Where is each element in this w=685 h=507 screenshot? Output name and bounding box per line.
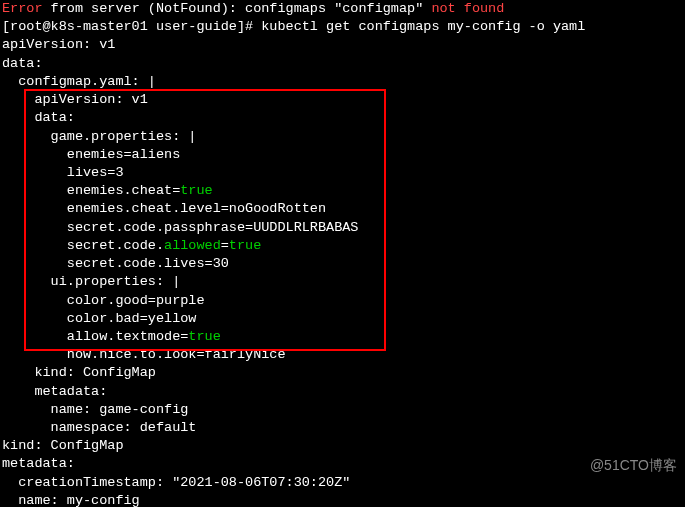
watermark-text: @51CTO博客 [590,456,677,475]
yaml-inner-data: data: [2,109,683,127]
allow-textmode: allow.textmode=true [2,328,683,346]
enemies-cheat: enemies.cheat=true [2,182,683,200]
command-text: kubectl get configmaps my-config -o yaml [253,19,585,34]
secret-lives: secret.code.lives=30 [2,255,683,273]
error-word: Error [2,1,43,16]
color-bad: color.bad=yellow [2,310,683,328]
lives-3: lives=3 [2,164,683,182]
secret-allowed: secret.code.allowed=true [2,237,683,255]
yaml-apiversion: apiVersion: v1 [2,36,683,54]
terminal-output: Error from server (NotFound): configmaps… [0,0,685,507]
not-found: not found [431,1,504,16]
inner-namespace: namespace: default [2,419,683,437]
ui-properties-key: ui.properties: | [2,273,683,291]
secret-passphrase: secret.code.passphrase=UUDDLRLRBABAS [2,219,683,237]
yaml-inner-apiversion: apiVersion: v1 [2,91,683,109]
color-good: color.good=purple [2,292,683,310]
inner-kind: kind: ConfigMap [2,364,683,382]
true-value: true [229,238,261,253]
enemies-cheat-level: enemies.cheat.level=noGoodRotten [2,200,683,218]
shell-prompt: [root@k8s-master01 user-guide]# [2,19,253,34]
outer-kind: kind: ConfigMap [2,437,683,455]
inner-name: name: game-config [2,401,683,419]
outer-name: name: my-config [2,492,683,507]
yaml-configmap-file: configmap.yaml: | [2,73,683,91]
game-properties-key: game.properties: | [2,128,683,146]
creation-timestamp: creationTimestamp: "2021-08-06T07:30:20Z… [2,474,683,492]
prompt-line[interactable]: [root@k8s-master01 user-guide]# kubectl … [2,18,683,36]
enemies-aliens: enemies=aliens [2,146,683,164]
inner-metadata: metadata: [2,383,683,401]
true-value: true [180,183,212,198]
outer-metadata: metadata: [2,455,683,473]
true-value: true [188,329,220,344]
yaml-data: data: [2,55,683,73]
how-nice: how.nice.to.look=fairlyNice [2,346,683,364]
error-line: Error from server (NotFound): configmaps… [2,0,683,18]
